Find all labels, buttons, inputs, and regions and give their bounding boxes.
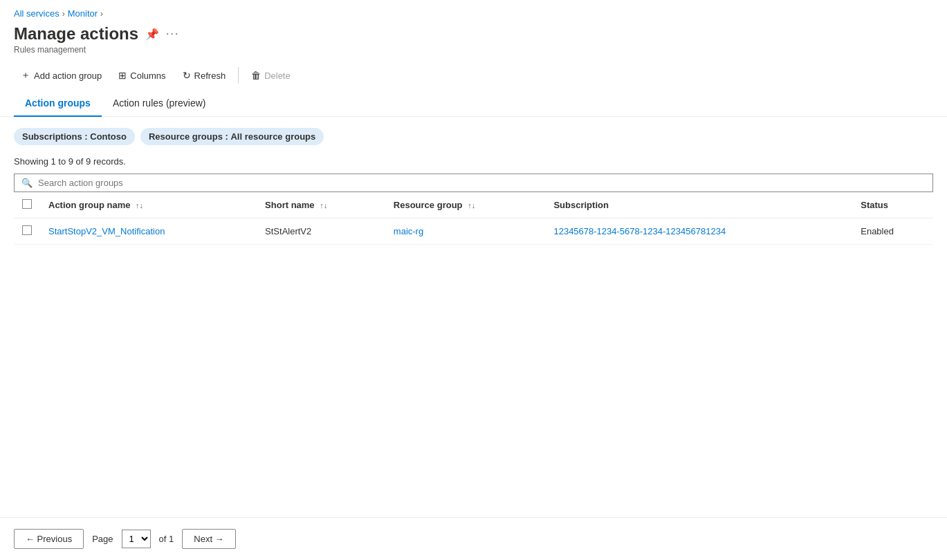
page-title: Manage actions — [14, 24, 138, 44]
row-checkbox-cell — [14, 218, 40, 245]
delete-button[interactable]: 🗑 Delete — [244, 66, 297, 84]
search-box: 🔍 — [14, 174, 933, 192]
page-subtitle: Rules management — [14, 45, 933, 55]
col-subscription: Subscription — [545, 192, 852, 218]
sort-icon-name: ↑↓ — [136, 201, 143, 209]
cell-short-name: StStAlertV2 — [257, 218, 385, 245]
add-action-group-button[interactable]: ＋ Add action group — [14, 66, 109, 85]
row-checkbox[interactable] — [22, 225, 32, 235]
columns-button[interactable]: ⊞ Columns — [111, 66, 172, 84]
search-input[interactable] — [38, 178, 926, 188]
tab-action-groups[interactable]: Action groups — [14, 91, 102, 117]
subscription-link[interactable]: 12345678-1234-5678-1234-123456781234 — [553, 226, 726, 236]
select-all-checkbox[interactable] — [22, 199, 32, 209]
records-info: Showing 1 to 9 of 9 records. — [14, 156, 933, 167]
page-header: Manage actions 📌 ··· Rules management — [0, 21, 947, 60]
action-groups-table: Action group name ↑↓ Short name ↑↓ Resou… — [14, 192, 933, 245]
columns-icon: ⊞ — [118, 70, 127, 81]
toolbar-separator — [238, 67, 239, 84]
col-resource-group[interactable]: Resource group ↑↓ — [385, 192, 546, 218]
sort-icon-rg: ↑↓ — [468, 201, 475, 209]
breadcrumb-all-services[interactable]: All services — [14, 8, 59, 19]
add-icon: ＋ — [21, 69, 30, 82]
search-icon: 🔍 — [21, 178, 33, 188]
col-action-group-name[interactable]: Action group name ↑↓ — [40, 192, 257, 218]
breadcrumb-sep-2: › — [100, 9, 103, 19]
breadcrumb: All services › Monitor › — [0, 0, 947, 21]
tabs-container: Action groups Action rules (preview) — [0, 91, 947, 117]
content-area: Subscriptions : Contoso Resource groups … — [0, 117, 947, 256]
subscription-filter[interactable]: Subscriptions : Contoso — [14, 128, 135, 145]
col-short-name[interactable]: Short name ↑↓ — [257, 192, 385, 218]
breadcrumb-monitor[interactable]: Monitor — [68, 8, 98, 19]
select-all-header — [14, 192, 40, 218]
more-options-icon[interactable]: ··· — [166, 28, 179, 40]
tab-action-rules[interactable]: Action rules (preview) — [102, 91, 217, 117]
table-row: StartStopV2_VM_Notification StStAlertV2 … — [14, 218, 933, 245]
sort-icon-short: ↑↓ — [320, 201, 327, 209]
pin-icon[interactable]: 📌 — [145, 28, 159, 41]
resource-group-label: Resource groups : — [149, 131, 228, 142]
cell-action-group-name: StartStopV2_VM_Notification — [40, 218, 257, 245]
refresh-icon: ↻ — [183, 70, 191, 81]
cell-status: Enabled — [852, 218, 933, 245]
subscription-value: Contoso — [90, 131, 127, 142]
toolbar: ＋ Add action group ⊞ Columns ↻ Refresh 🗑… — [0, 60, 947, 91]
resource-group-value: All resource groups — [230, 131, 315, 142]
filter-row: Subscriptions : Contoso Resource groups … — [14, 128, 933, 145]
refresh-button[interactable]: ↻ Refresh — [176, 66, 233, 84]
delete-icon: 🗑 — [251, 70, 261, 81]
col-status: Status — [852, 192, 933, 218]
resource-group-filter[interactable]: Resource groups : All resource groups — [140, 128, 324, 145]
cell-subscription: 12345678-1234-5678-1234-123456781234 — [545, 218, 852, 245]
breadcrumb-sep-1: › — [62, 9, 65, 19]
cell-resource-group: maic-rg — [385, 218, 546, 245]
resource-group-link[interactable]: maic-rg — [394, 226, 423, 236]
subscription-label: Subscriptions : — [22, 131, 88, 142]
action-group-name-link[interactable]: StartStopV2_VM_Notification — [48, 226, 165, 236]
